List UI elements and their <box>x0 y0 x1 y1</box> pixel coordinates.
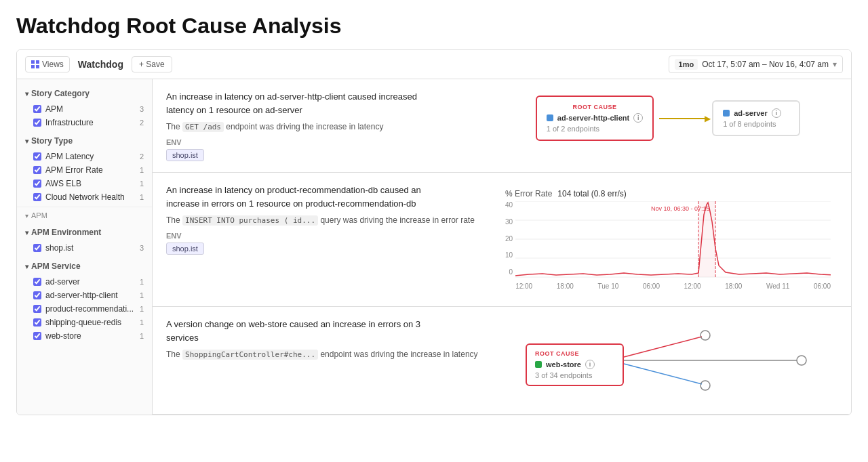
story-category-section: ▾ Story Category APM 3 Infrastructure 2 <box>17 85 152 129</box>
rc-dot-blue-2 <box>723 110 730 117</box>
story-3-title: A version change on web-store caused an … <box>166 318 437 344</box>
header-left: Views Watchdog + Save <box>25 56 172 72</box>
apm-checkbox[interactable] <box>33 105 41 113</box>
filter-ad-server-http-client[interactable]: ad-server-http-client 1 <box>17 289 152 302</box>
story-1-env-label: ENV <box>166 138 488 146</box>
filter-cloud-network-health[interactable]: Cloud Network Health 1 <box>17 190 152 204</box>
story-type-header[interactable]: ▾ Story Type <box>17 132 152 150</box>
filter-apm-latency[interactable]: APM Latency 2 <box>17 150 152 163</box>
svg-text:Nov 10, 06:30 - 07:15: Nov 10, 06:30 - 07:15 <box>651 205 710 212</box>
dropdown-icon[interactable]: ▾ <box>833 60 837 69</box>
chart-label: % Error Rate <box>505 189 552 198</box>
apm-service-header[interactable]: ▾ APM Service <box>17 257 152 275</box>
story-category-header[interactable]: ▾ Story Category <box>17 85 152 102</box>
filter-shop-ist-env[interactable]: shop.ist 3 <box>17 241 152 255</box>
svg-rect-0 <box>31 60 35 64</box>
svg-line-13 <box>624 337 702 357</box>
filter-ad-server[interactable]: ad-server 1 <box>17 275 152 289</box>
story-1-diagram: ROOT CAUSE ad-server-http-client i 1 of … <box>536 96 800 141</box>
story-1-target-endpoints: 1 of 8 endpoints <box>723 120 789 128</box>
chevron-down-icon-4: ▾ <box>25 229 28 236</box>
period-badge: 1mo <box>675 59 698 70</box>
story-2-chart: % Error Rate 104 total (0.8 err/s) 40 30… <box>505 189 831 290</box>
story-1-title: An increase in latency on ad-server-http… <box>166 90 437 117</box>
infrastructure-checkbox[interactable] <box>33 119 41 127</box>
content: ▾ Story Category APM 3 Infrastructure 2 <box>17 79 851 415</box>
apm-section-header: ▾ APM <box>17 207 152 224</box>
web-store-checkbox[interactable] <box>33 332 41 340</box>
filter-shipping-queue-redis[interactable]: shipping-queue-redis 1 <box>17 316 152 329</box>
story-3-code: ShoppingCartController#che... <box>182 350 318 360</box>
apm-error-rate-checkbox[interactable] <box>33 166 41 174</box>
ad-server-http-client-checkbox[interactable] <box>33 291 41 299</box>
svg-line-16 <box>624 364 702 384</box>
watchdog-title: Watchdog <box>78 59 123 70</box>
views-button[interactable]: Views <box>25 56 70 72</box>
chevron-down-icon-2: ▾ <box>25 138 28 145</box>
save-button[interactable]: + Save <box>132 56 172 72</box>
filter-apm[interactable]: APM 3 <box>17 102 152 116</box>
date-range: 1mo Oct 17, 5:07 am – Nov 16, 4:07 am ▾ <box>669 56 843 73</box>
story-3-detail: The ShoppingCartController#che... endpoi… <box>166 350 488 359</box>
aws-elb-checkbox[interactable] <box>33 180 41 188</box>
story-1-target-box: ad-server i 1 of 8 endpoints <box>712 100 800 136</box>
shipping-queue-redis-checkbox[interactable] <box>33 318 41 327</box>
filter-product-recommendation[interactable]: product-recommendati... 1 <box>17 302 152 316</box>
stories-container: An increase in latency on ad-server-http… <box>153 79 851 415</box>
story-1-arrow: ▶ <box>654 118 712 119</box>
story-3-svg <box>526 323 810 398</box>
shop-ist-env-checkbox[interactable] <box>33 244 41 252</box>
svg-rect-11 <box>698 201 715 277</box>
chart-y-axis: 40 30 20 10 0 <box>505 201 515 276</box>
story-1-detail: The GET /ads endpoint was driving the in… <box>166 122 488 131</box>
story-1-endpoints: 1 of 2 endpoints <box>547 125 643 133</box>
svg-rect-1 <box>36 60 39 64</box>
date-range-text: Oct 17, 5:07 am – Nov 16, 4:07 am <box>702 60 829 69</box>
apm-environment-section: ▾ APM Environment shop.ist 3 <box>17 224 152 255</box>
views-icon <box>31 60 39 68</box>
story-3: A version change on web-store caused an … <box>153 307 851 415</box>
svg-point-14 <box>701 331 710 340</box>
chevron-down-icon: ▾ <box>25 90 28 98</box>
svg-point-19 <box>797 356 806 365</box>
filter-infrastructure[interactable]: Infrastructure 2 <box>17 116 152 129</box>
product-recommendation-checkbox[interactable] <box>33 305 41 313</box>
filter-apm-error-rate[interactable]: APM Error Rate 1 <box>17 163 152 177</box>
main-container: Views Watchdog + Save 1mo Oct 17, 5:07 a… <box>16 49 852 415</box>
story-1-root-box: ROOT CAUSE ad-server-http-client i 1 of … <box>536 96 654 141</box>
chevron-down-icon-5: ▾ <box>25 263 28 270</box>
apm-environment-header[interactable]: ▾ APM Environment <box>17 224 152 241</box>
chart-svg: Nov 10, 06:30 - 07:15 <box>515 201 831 279</box>
filter-web-store[interactable]: web-store 1 <box>17 329 152 343</box>
apm-latency-checkbox[interactable] <box>33 152 41 161</box>
apm-service-section: ▾ APM Service ad-server 1 ad-server-http… <box>17 257 152 343</box>
story-2-code: INSERT INTO purchases ( id... <box>182 215 318 226</box>
svg-rect-2 <box>31 65 35 68</box>
svg-rect-3 <box>36 65 39 68</box>
story-2-env-label: ENV <box>166 232 488 240</box>
story-1: An increase in latency on ad-server-http… <box>153 79 851 173</box>
chart-value: 104 total (0.8 err/s) <box>557 189 626 198</box>
story-1-code: GET /ads <box>182 122 224 132</box>
story-2-title: An increase in latency on product-recomm… <box>166 184 437 210</box>
filter-aws-elb[interactable]: AWS ELB 1 <box>17 177 152 190</box>
chevron-down-icon-3: ▾ <box>25 212 28 219</box>
story-type-section: ▾ Story Type APM Latency 2 APM Error Rat… <box>17 132 152 204</box>
info-icon-2[interactable]: i <box>772 108 781 118</box>
info-icon-1[interactable]: i <box>633 113 643 123</box>
ad-server-checkbox[interactable] <box>33 278 41 286</box>
page-title: Watchdog Root Cause Analysis <box>0 0 868 49</box>
svg-point-17 <box>701 381 710 390</box>
story-3-diagram: ROOT CAUSE web-store i 3 of 34 endpoints <box>526 323 810 398</box>
story-2: An increase in latency on product-recomm… <box>153 173 851 307</box>
rc-dot-blue <box>547 114 553 121</box>
sidebar: ▾ Story Category APM 3 Infrastructure 2 <box>17 79 153 415</box>
story-2-env-tag[interactable]: shop.ist <box>166 243 204 255</box>
story-2-detail: The INSERT INTO purchases ( id... query … <box>166 215 488 225</box>
story-1-env-tag[interactable]: shop.ist <box>166 149 204 161</box>
cloud-network-health-checkbox[interactable] <box>33 193 41 201</box>
header: Views Watchdog + Save 1mo Oct 17, 5:07 a… <box>17 50 851 79</box>
